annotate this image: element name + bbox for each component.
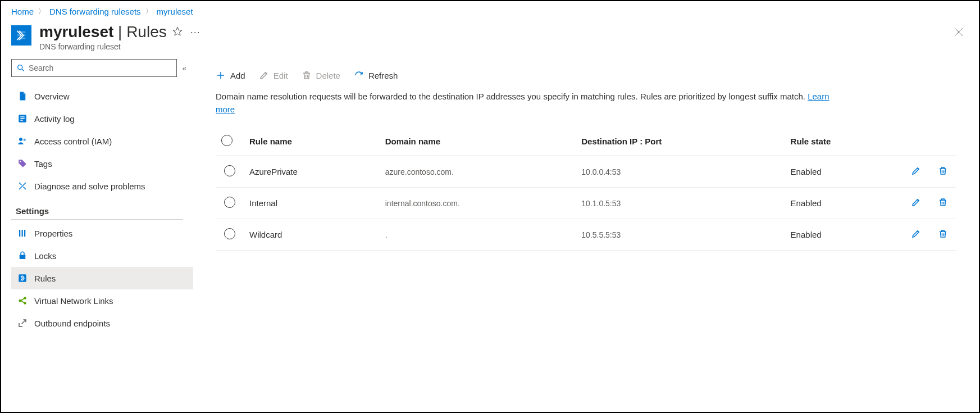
close-button[interactable] [953,26,964,38]
sidebar-search[interactable] [11,59,177,77]
svg-point-3 [19,138,22,141]
edit-row-icon[interactable] [911,197,921,207]
svg-point-5 [20,161,21,162]
svg-rect-8 [24,230,25,237]
overview-icon [17,91,28,101]
svg-rect-7 [22,230,23,237]
svg-rect-9 [20,255,26,260]
search-icon [16,63,25,72]
rules-icon [17,273,28,283]
edit-label: Edit [274,71,288,80]
row-select[interactable] [224,228,235,239]
cell-domain: azure.contoso.com. [380,156,576,188]
search-input[interactable] [29,63,172,72]
delete-row-icon[interactable] [938,229,948,239]
add-button[interactable]: Add [216,70,245,80]
chevron-right-icon: 〉 [145,7,152,16]
blade-title: Rules [126,23,167,40]
cell-destination: 10.5.5.5:53 [576,219,785,251]
refresh-label: Refresh [368,71,398,80]
row-select[interactable] [224,197,235,208]
svg-point-13 [24,302,26,304]
svg-point-12 [24,297,26,299]
table-row[interactable]: Wildcard . 10.5.5.5:53 Enabled [216,219,956,251]
sidebar-item-activity-log[interactable]: Activity log [11,107,193,130]
description-text: Domain name resolution requests will be … [216,90,833,116]
diagnose-icon [17,181,28,191]
outbound-icon [17,318,28,328]
delete-row-icon[interactable] [938,166,948,176]
svg-marker-0 [173,27,181,35]
sidebar-item-overview[interactable]: Overview [11,85,193,107]
page-title: myruleset | Rules [39,23,167,41]
edit-button: Edit [259,70,288,80]
refresh-button[interactable]: Refresh [354,70,398,80]
sidebar-item-label: Locks [34,251,56,261]
row-select[interactable] [224,165,235,176]
sidebar-item-outbound[interactable]: Outbound endpoints [11,312,193,334]
svg-point-4 [24,139,26,142]
col-destination[interactable]: Destination IP : Port [576,127,785,156]
sidebar-section-settings: Settings [11,197,183,220]
tags-icon [17,158,28,169]
sidebar-item-tags[interactable]: Tags [11,152,193,175]
cell-state: Enabled [785,219,902,251]
sidebar-item-vnet-links[interactable]: Virtual Network Links [11,289,193,312]
trash-icon [302,70,312,80]
plus-icon [216,70,226,80]
breadcrumb-home[interactable]: Home [11,7,34,16]
breadcrumb-rulesets[interactable]: DNS forwarding rulesets [49,7,141,16]
edit-row-icon[interactable] [911,166,921,176]
rules-table: Rule name Domain name Destination IP : P… [216,127,956,251]
svg-rect-6 [19,230,20,237]
sidebar-item-iam[interactable]: Access control (IAM) [11,130,193,152]
lock-icon [17,251,28,261]
sidebar-item-locks[interactable]: Locks [11,244,193,267]
sidebar-item-label: Activity log [34,114,75,124]
delete-label: Delete [316,71,340,80]
vnet-icon [17,296,28,306]
sidebar-item-diagnose[interactable]: Diagnose and solve problems [11,175,193,197]
svg-point-11 [19,300,21,302]
svg-point-1 [18,65,22,70]
add-label: Add [230,71,245,80]
toolbar: Add Edit Delete Refresh [216,67,956,90]
cell-state: Enabled [785,188,902,219]
sidebar-item-label: Tags [34,159,52,169]
sidebar-item-label: Rules [34,274,56,283]
table-row[interactable]: Internal internal.contoso.com. 10.1.0.5:… [216,188,956,219]
description-body: Domain name resolution requests will be … [216,92,808,101]
delete-button: Delete [302,70,340,80]
sidebar-item-label: Properties [34,229,72,238]
collapse-sidebar-icon[interactable]: « [180,62,189,75]
col-domain-name[interactable]: Domain name [380,127,576,156]
cell-destination: 10.1.0.5:53 [576,188,785,219]
sidebar-item-label: Access control (IAM) [34,137,112,146]
resource-type-label: DNS forwarding ruleset [39,42,203,51]
cell-state: Enabled [785,156,902,188]
select-all-header[interactable] [216,127,244,156]
iam-icon [17,136,28,146]
sidebar-item-properties[interactable]: Properties [11,222,193,244]
breadcrumb: Home 〉 DNS forwarding rulesets 〉 myrules… [1,1,979,20]
table-row[interactable]: AzurePrivate azure.contoso.com. 10.0.0.4… [216,156,956,188]
sidebar-item-rules[interactable]: Rules [11,267,193,289]
cell-destination: 10.0.0.4:53 [576,156,785,188]
col-rule-name[interactable]: Rule name [244,127,380,156]
col-rule-state[interactable]: Rule state [785,127,902,156]
cell-domain: . [380,219,576,251]
edit-row-icon[interactable] [911,229,921,239]
more-actions-icon[interactable]: ··· [188,26,203,38]
sidebar-item-label: Diagnose and solve problems [34,181,145,191]
properties-icon [17,228,28,238]
cell-rule-name: Wildcard [244,219,380,251]
sidebar-item-label: Virtual Network Links [34,296,113,306]
main-content: Add Edit Delete Refresh Domain name reso… [193,59,979,407]
breadcrumb-current[interactable]: myruleset [157,7,193,16]
delete-row-icon[interactable] [938,197,948,207]
sidebar: « Overview Activity log Access control (… [1,59,193,407]
sidebar-item-label: Overview [34,92,70,101]
activity-log-icon [17,114,28,124]
pin-star-icon[interactable] [172,26,183,38]
sidebar-item-label: Outbound endpoints [34,319,110,328]
